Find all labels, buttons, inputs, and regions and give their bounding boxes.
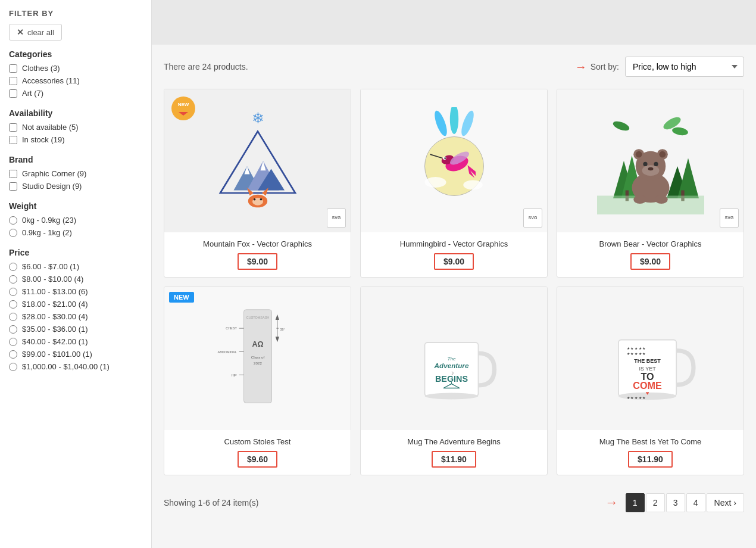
price-11-13[interactable]: $11.00 - $13.00 (6) [9, 287, 142, 296]
svg-marker-61 [275, 315, 279, 320]
svg-text:CUSTOMSASH: CUSTOMSASH [246, 316, 269, 319]
price-6-7-radio[interactable] [9, 263, 17, 271]
product-card-brown-bear[interactable]: SVG Brown Bear - Vector Graphics $9.00 [557, 89, 744, 278]
svg-text:38°: 38° [280, 328, 285, 331]
product-price-mug-adventure: $11.90 [432, 451, 476, 468]
price-6-7-label: $6.00 - $7.00 (1) [22, 262, 79, 271]
svg-text:♥: ♥ [645, 390, 648, 396]
product-price-brown-bear: $9.00 [630, 253, 670, 270]
availability-not-available[interactable]: Not available (5) [9, 123, 142, 132]
weight-0-0.9-label: 0kg - 0.9kg (23) [22, 216, 76, 225]
price-8-10-radio[interactable] [9, 275, 17, 284]
weight-0.9-1[interactable]: 0.9kg - 1kg (2) [9, 228, 142, 237]
page-1[interactable]: 1 [626, 493, 645, 512]
svg-point-16 [449, 107, 458, 134]
price-28-30-radio[interactable] [9, 313, 17, 321]
brand-title: Brand [9, 155, 142, 164]
price-1000-1040-radio[interactable] [9, 363, 17, 371]
price-28-30[interactable]: $28.00 - $30.00 (4) [9, 312, 142, 321]
category-art[interactable]: Art (7) [9, 89, 142, 98]
price-40-42-radio[interactable] [9, 338, 17, 346]
price-35-36-label: $35.00 - $36.00 (1) [22, 325, 88, 334]
svg-point-31 [611, 120, 630, 133]
bear-svg [597, 107, 704, 214]
price-1000-1040-label: $1,000.00 - $1,040.00 (1) [22, 362, 110, 371]
product-card-mountain-fox[interactable]: NEW ❄ [164, 89, 351, 278]
new-badge: NEW [169, 292, 194, 303]
product-info-mug-adventure: Mug The Adventure Begins $11.90 [361, 430, 547, 475]
product-info-stoles: Custom Stoles Test $9.60 [164, 430, 351, 475]
price-35-36[interactable]: $35.00 - $36.00 (1) [9, 325, 142, 334]
product-image-mug-best: ★ ★ ★ ★ ★ ★ ★ ★ ★ ★ THE BEST IS YET TO C… [557, 287, 743, 430]
product-name-hummingbird: Hummingbird - Vector Graphics [368, 239, 540, 248]
clear-all-button[interactable]: ✕ clear all [9, 24, 62, 41]
sort-label-text: Sort by: [591, 62, 619, 71]
brand-section: Brand Graphic Corner (9) Studio Design (… [9, 155, 142, 191]
product-name-mug-best: Mug The Best Is Yet To Come [564, 437, 736, 446]
brand-graphic-corner[interactable]: Graphic Corner (9) [9, 169, 142, 178]
brand-studio-design-checkbox[interactable] [9, 182, 17, 191]
weight-0.9-1-radio[interactable] [9, 229, 17, 237]
pagination-container: → 1 2 3 4 Next › [605, 493, 744, 512]
svg-text:2022: 2022 [254, 361, 262, 365]
category-art-checkbox[interactable] [9, 89, 17, 98]
category-clothes-checkbox[interactable] [9, 64, 17, 73]
svg-point-20 [424, 177, 446, 188]
price-6-7[interactable]: $6.00 - $7.00 (1) [9, 262, 142, 271]
category-clothes-label: Clothes (3) [22, 64, 60, 73]
page-4[interactable]: 4 [686, 493, 705, 512]
price-11-13-radio[interactable] [9, 288, 17, 296]
hummingbird-svg [401, 107, 508, 214]
product-card-mug-adventure[interactable]: The Adventure ☽ BEGINS Mug The Adventure… [360, 287, 548, 475]
weight-0-0.9-radio[interactable] [9, 216, 17, 225]
price-1000-1040[interactable]: $1,000.00 - $1,040.00 (1) [9, 362, 142, 371]
price-99-101-radio[interactable] [9, 350, 17, 359]
price-8-10[interactable]: $8.00 - $10.00 (4) [9, 275, 142, 284]
availability-not-available-checkbox[interactable] [9, 123, 17, 132]
category-accessories-checkbox[interactable] [9, 77, 17, 85]
brand-graphic-corner-checkbox[interactable] [9, 170, 17, 178]
price-18-21[interactable]: $18.00 - $21.00 (4) [9, 300, 142, 309]
product-card-mug-best[interactable]: ★ ★ ★ ★ ★ ★ ★ ★ ★ ★ THE BEST IS YET TO C… [557, 287, 744, 475]
svg-point-21 [463, 180, 482, 189]
svg-text:❄: ❄ [251, 110, 264, 126]
product-card-stoles[interactable]: NEW CUSTOMSASH CHEST ABDOMINAL [164, 287, 351, 475]
svg-point-13 [253, 198, 255, 201]
svg-text:Adventure: Adventure [433, 362, 468, 369]
new-ribbon-badge: NEW [169, 94, 198, 124]
svg-point-45 [642, 165, 659, 176]
availability-in-stock-checkbox[interactable] [9, 136, 17, 144]
svg-text:CHEST: CHEST [226, 326, 237, 330]
mug-adventure-svg: The Adventure ☽ BEGINS [401, 305, 508, 412]
category-clothes[interactable]: Clothes (3) [9, 64, 142, 73]
sort-area: → Sort by: Price, low to high Price, hig… [575, 57, 744, 77]
price-40-42[interactable]: $40.00 - $42.00 (1) [9, 337, 142, 346]
price-35-36-radio[interactable] [9, 325, 17, 334]
sort-label: → Sort by: [575, 60, 619, 74]
weight-0-0.9[interactable]: 0kg - 0.9kg (23) [9, 216, 142, 225]
price-99-101-label: $99.00 - $101.00 (1) [22, 350, 92, 359]
product-card-hummingbird[interactable]: SVG Hummingbird - Vector Graphics $9.00 [360, 89, 548, 278]
page-2[interactable]: 2 [646, 493, 665, 512]
price-18-21-radio[interactable] [9, 300, 17, 309]
page-3[interactable]: 3 [666, 493, 685, 512]
availability-in-stock[interactable]: In stock (19) [9, 135, 142, 144]
product-name-brown-bear: Brown Bear - Vector Graphics [564, 239, 736, 248]
price-section: Price $6.00 - $7.00 (1) $8.00 - $10.00 (… [9, 248, 142, 375]
chevron-right-icon: › [733, 498, 736, 507]
mug-best-svg: ★ ★ ★ ★ ★ ★ ★ ★ ★ ★ THE BEST IS YET TO C… [597, 305, 704, 412]
price-99-101[interactable]: $99.00 - $101.00 (1) [9, 350, 142, 359]
product-image-mug-adventure: The Adventure ☽ BEGINS [361, 287, 547, 430]
sort-select[interactable]: Price, low to high Price, high to low Pr… [625, 57, 744, 77]
price-scroll: $6.00 - $7.00 (1) $8.00 - $10.00 (4) $11… [9, 262, 142, 375]
svg-format-badge-3: SVG [720, 208, 739, 228]
svg-point-15 [432, 109, 449, 137]
svg-text:Class of: Class of [251, 355, 264, 359]
brand-studio-design[interactable]: Studio Design (9) [9, 182, 142, 191]
svg-text:COME: COME [633, 380, 662, 391]
product-info-hummingbird: Hummingbird - Vector Graphics $9.00 [361, 232, 547, 277]
category-accessories[interactable]: Accessories (11) [9, 76, 142, 85]
svg-text:THE BEST: THE BEST [634, 358, 661, 364]
next-page-button[interactable]: Next › [707, 493, 744, 512]
svg-text:NEW: NEW [178, 102, 189, 107]
